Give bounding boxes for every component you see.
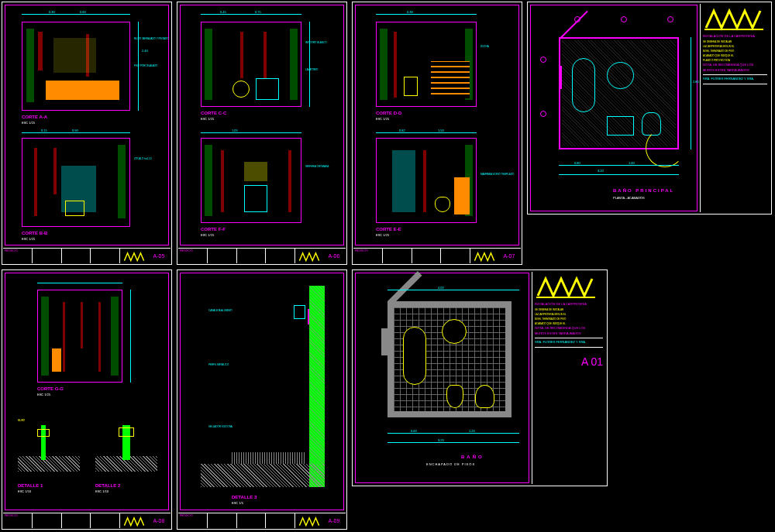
tb-cell — [208, 513, 237, 528]
tb-cell — [266, 249, 295, 263]
mw-logo-icon — [703, 6, 765, 31]
big-title-block: INSTALACIÓN DE LA CARPINTERIA SE DEBERA … — [532, 272, 605, 484]
detail-title: DETALLE 1 — [18, 483, 43, 488]
sheet-number: A-09 — [322, 513, 346, 528]
tb-line: LA CARPINTERIA SEGUN EL — [535, 313, 603, 316]
plan-title: BAÑO — [461, 455, 484, 459]
mw-logo-icon — [298, 516, 320, 527]
tb-project: PROYECTO — [353, 249, 383, 263]
mw-logo-icon — [123, 516, 145, 527]
dim-label: 1.05 — [232, 129, 238, 132]
section-scale: ESC 1/25 — [376, 117, 389, 121]
section-scale: ESC 1/25 — [37, 393, 50, 396]
tb-line: PLANO O PROYECTISTA — [703, 59, 767, 62]
section-title: CORTE A-A — [22, 115, 47, 119]
sheet-a08: CORTE G-G ESC 1/25 MURO DETALLE 1 ESC 1/… — [2, 269, 172, 530]
tb-cell — [62, 249, 91, 263]
logo-cell — [470, 249, 498, 263]
sheet-number: A-06 — [322, 249, 346, 263]
bathroom-tile-plan — [388, 301, 512, 417]
note: LAVATORIO — [305, 68, 318, 71]
section-scale: ESC 1/25 — [201, 117, 214, 121]
section-scale: ESC 1/25 — [376, 233, 389, 237]
tb-cell — [33, 249, 62, 263]
note: CANALETA ALUMINIO — [208, 309, 232, 312]
owner: SRA. FLORES FERNANDEZ Y SRA. — [535, 341, 603, 345]
tb-cell — [91, 513, 120, 528]
note: MAMPARA VIDRIO TEMPLADO — [480, 173, 514, 176]
tb-cell — [33, 513, 62, 528]
plan-title: BAÑO PRINCIPAL — [613, 188, 674, 193]
dim-label: 0.38 — [407, 10, 413, 14]
mw-logo-icon — [535, 274, 597, 299]
section-title: CORTE D-D — [376, 111, 401, 115]
detail-2 — [95, 425, 157, 479]
mw-logo-icon — [123, 251, 145, 262]
section-scale: ESC 1/25 — [22, 121, 35, 125]
sheet-a09: CANALETA ALUMINIO PERFIL METALICO SELLAD… — [177, 269, 347, 530]
dim-label: 0.60 — [80, 10, 86, 14]
section-title: CORTE F-F — [201, 227, 226, 232]
tb-line: SE DEBERA DE INSTALAR — [703, 40, 767, 43]
drawing-corte-bb — [22, 138, 130, 227]
tb-cell — [62, 513, 91, 528]
dim-label: 2.80 — [693, 80, 699, 84]
dim-label: 3.20 — [598, 169, 604, 173]
detail-title: DETALLE 2 — [95, 483, 120, 488]
section-scale: ESC 1/25 — [201, 233, 214, 237]
dim-label: 2.40 — [142, 49, 148, 53]
drawing-corte-ee — [376, 138, 477, 223]
note: INODORO BLANCO — [305, 41, 327, 44]
tb-cell — [208, 249, 237, 263]
section-title: CORTE E-E — [376, 227, 401, 232]
logo-cell — [295, 513, 322, 528]
detail-scale: ESC 1/10 — [95, 489, 108, 493]
sheet-a05: 0.30 0.60 2.40 MURO TARRAJADO Y PINTADO … — [2, 2, 172, 265]
section-title: CORTE G-G — [37, 386, 64, 391]
tb-cell — [237, 513, 267, 528]
sheet-number: A-05 — [147, 249, 170, 263]
dim-label: 0.30 — [49, 10, 55, 14]
tb-line: NOTA: SE RECOMIENDA QUE LOS — [703, 63, 767, 67]
dim-label: 1.50 — [438, 129, 444, 132]
detail-1: MURO — [18, 425, 80, 479]
bathroom-plan — [559, 37, 679, 149]
tb-line: ACABADO QUE INDIQUE EL — [703, 54, 767, 57]
plan-subtitle: PLANTA - ACABADOS — [613, 196, 645, 200]
tb-project: PROYECTO — [178, 249, 208, 263]
note: PISO PORCELANATO — [134, 64, 157, 67]
note: SELLADOR SILICONA — [208, 425, 232, 428]
title-block: PROYECTO A-09 — [178, 513, 346, 528]
tb-cell — [266, 513, 295, 528]
dim-label: 1.00 — [629, 161, 635, 165]
drawing-corte-cc — [201, 22, 301, 107]
dim-label: 1.20 — [469, 429, 475, 433]
mw-logo-icon — [474, 251, 495, 262]
sheet-number: A-08 — [147, 513, 170, 528]
sheet-a07: 0.38 DUCHA CORTE D-D ESC 1/25 0.82 1.50 … — [352, 2, 522, 265]
tb-project: PROYECTO — [3, 513, 33, 528]
drawing-corte-gg — [37, 290, 122, 383]
detail-scale: ESC 1/5 — [232, 501, 243, 505]
tb-line: INSTALACIÓN DE LA CARPINTERIA — [703, 35, 767, 39]
tb-line: NIVEL TERMINADO DE PISO — [535, 317, 603, 321]
tb-cell — [412, 249, 442, 263]
dim-label: 0.45 — [220, 10, 226, 14]
note: ZOCALO h=0.10 — [134, 157, 151, 160]
plan-subtitle: ENCHAPADO DE PISOS — [426, 462, 475, 466]
big-title-block: INSTALACIÓN DE LA CARPINTERIA SE DEBERA … — [700, 4, 770, 212]
note: DUCHA — [480, 45, 489, 48]
tb-project: PROYECTO — [178, 513, 208, 528]
tb-cell — [91, 249, 120, 263]
sheet-plan-principal: 3.20 0.80 1.00 2.80 BAÑO PRINCIPAL PLANT… — [527, 2, 772, 215]
tb-line: LA CARPINTERIA SEGUN EL — [703, 45, 767, 48]
sheet-a06: 0.45 0.75 INODORO BLANCO LAVATORIO CORTE… — [177, 2, 347, 265]
drawing-corte-aa — [22, 22, 130, 111]
tb-line: ACABADO QUE INDIQUE EL — [535, 322, 603, 325]
dim-label: 0.90 — [72, 129, 78, 132]
drawing-corte-ff — [201, 138, 301, 223]
dim-label: 3.20 — [438, 438, 444, 442]
tb-line: NOTA: SE RECOMIENDA QUE LOS — [535, 327, 603, 331]
owner: SRA. FLORES FERNANDEZ Y SRA. — [703, 77, 767, 81]
detail-title: DETALLE 3 — [232, 495, 257, 499]
